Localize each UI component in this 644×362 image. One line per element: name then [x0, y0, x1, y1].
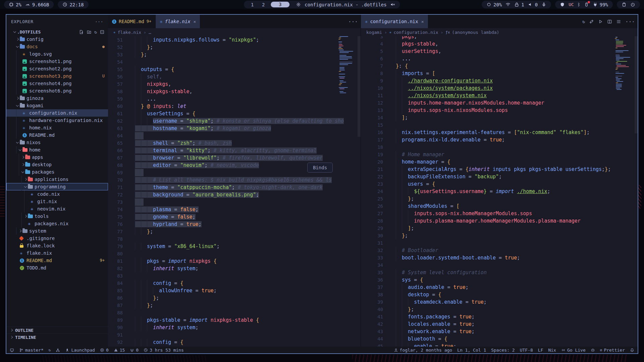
list-icon[interactable] [616, 19, 621, 24]
code-line[interactable]: 88 [108, 309, 361, 316]
tree-item-tools[interactable]: tools [6, 213, 108, 220]
code-line[interactable]: 65 shell = "zsh"; # bash, zsh [108, 139, 361, 147]
tree-item-screenshot4.png[interactable]: screenshot4.png [6, 80, 108, 87]
code-line[interactable]: 51 inputs.nixpkgs.follows = "nixpkgs"; [108, 36, 361, 44]
code-line[interactable]: 54 [108, 58, 361, 66]
code-line[interactable]: 43 network.enable = true; [361, 328, 638, 335]
code-line[interactable]: 42 locales.enable = true; [361, 320, 638, 328]
tree-item-home[interactable]: home [6, 146, 108, 154]
code-line[interactable]: 11 ../nixos/system/system.nix [361, 92, 638, 99]
tree-item-logo.svg[interactable]: ✳logo.svg [6, 50, 108, 58]
breadcrumb-segment[interactable]: ✳configuration.nix [389, 30, 438, 35]
statusbar-item-foglar-2-months-ago[interactable]: foglar, 2 months ago [394, 348, 452, 353]
breadcrumb-segment[interactable]: … [149, 30, 151, 35]
breadcrumb-segment[interactable]: ƒx(anonymous lambda) [445, 30, 499, 35]
code-line[interactable]: 15 [361, 121, 638, 129]
tree-item-.gitignore[interactable]: .gitignore [6, 235, 108, 242]
code-line[interactable]: 41 fonts.packages = true; [361, 313, 638, 320]
tree-item-nixos[interactable]: nixos [6, 139, 108, 146]
code-line[interactable]: 83 [108, 272, 361, 280]
code-line[interactable]: 37 audio.enable = true; [361, 284, 638, 291]
code-line[interactable]: 22 backupFileExtension = "backup"; [361, 173, 638, 180]
code-line[interactable]: 76 hyprland = true; [108, 221, 361, 228]
tree-item-readme.md[interactable]: iREADME.md9+ [6, 257, 108, 264]
code-line[interactable]: 25 }; [361, 195, 638, 202]
code-line[interactable]: 19 # Home manager [361, 151, 638, 158]
code-line[interactable]: 56 self, [108, 73, 361, 80]
tree-item-hardware-configuration.nix[interactable]: ✳hardware-configuration.nix [6, 117, 108, 124]
code-line[interactable]: 39 steamdeck.enable = true; [361, 298, 638, 306]
minimap[interactable] [615, 33, 634, 90]
code-line[interactable]: 34 [361, 261, 638, 269]
split-editor-icon[interactable] [607, 19, 612, 24]
code-line[interactable]: 14 ]; [361, 114, 638, 121]
code-line[interactable]: 23 users = { [361, 180, 638, 188]
code-line[interactable]: 55 outputs = { [108, 66, 361, 73]
code-line[interactable]: 45 enable = true; [361, 343, 638, 347]
scrollbar[interactable] [635, 33, 638, 133]
tree-item-screenshot2.png[interactable]: screenshot2.png [6, 65, 108, 72]
code-line[interactable]: 67 browser = "librewolf"; # firefox, lib… [108, 154, 361, 162]
sync-icon[interactable]: ↻ [582, 19, 585, 24]
statusbar-item-prettier[interactable]: ⊘Prettier [600, 348, 625, 353]
mouse-item[interactable] [584, 2, 589, 7]
statusbar-item-master[interactable]: master* [19, 348, 44, 353]
statusbar-item-go-live[interactable]: Go Live [561, 348, 586, 353]
code-line[interactable]: 80 [108, 250, 361, 257]
statusbar-item-utf-8[interactable]: UTF-8 [520, 348, 533, 353]
code-line[interactable]: 5 userSettings, [361, 48, 638, 55]
tree-item-configuration.nix[interactable]: ✳configuration.nix [6, 109, 108, 117]
section-timeline[interactable]: TIMELINE [6, 334, 108, 341]
code-line[interactable]: 70 # List all themes: $ nix build nixpkg… [108, 176, 361, 184]
code-line[interactable]: 16 nix.settings.experimental-features = … [361, 129, 638, 136]
minimap[interactable] [338, 36, 357, 94]
tree-item-applications[interactable]: applications [6, 176, 108, 183]
breadcrumb-segment[interactable]: kogami [366, 30, 382, 35]
code-line[interactable]: 10 ../nixos/system/packages.nix [361, 84, 638, 92]
code-line[interactable]: 61 userSettings = { [108, 110, 361, 117]
statusbar-item-remote-window[interactable] [10, 348, 14, 352]
code-line[interactable]: 66 terminal = "kitty"; # kitty, alacritt… [108, 147, 361, 154]
tree-item-todo.md[interactable]: ✓TODO.md [6, 264, 108, 272]
statusbar-item-launchpad[interactable]: Launchpad [65, 348, 95, 353]
statusbar-item-graph[interactable] [56, 348, 60, 352]
statusbar-item-nix[interactable]: Nix [548, 348, 556, 353]
code-area[interactable]: 51 inputs.nixpkgs.follows = "nixpkgs";52… [108, 36, 361, 347]
code-line[interactable]: 81 pkgs = import nixpkgs { [108, 257, 361, 265]
tree-item-home.nix[interactable]: ✳home.nix [6, 124, 108, 131]
status-item[interactable]: UC [569, 2, 574, 7]
code-line[interactable]: 89 pkgs-stable = import nixpkgs-stable { [108, 316, 361, 324]
code-line[interactable]: 64 [108, 132, 361, 139]
code-line[interactable]: 59 ... [108, 95, 361, 103]
code-line[interactable]: 78 [108, 235, 361, 243]
close-icon[interactable]: × [194, 19, 196, 24]
code-line[interactable]: 32 # Bootloader [361, 247, 638, 254]
code-line[interactable]: 57 nixpkgs, [108, 80, 361, 88]
tree-item-programming[interactable]: programming [6, 183, 108, 190]
tree-item-ginoza[interactable]: ginoza [6, 95, 108, 102]
code-line[interactable]: 60 } @ inputs: let [108, 103, 361, 110]
mic-item[interactable] [541, 2, 546, 7]
code-line[interactable]: 62 username = "shinya"; # konsta or shin… [108, 117, 361, 125]
cpu-item[interactable]: 2% [9, 2, 21, 7]
lock-item[interactable]: 1 [514, 2, 524, 7]
code-line[interactable]: 17 programs.nix-ld.dev.enable = true; [361, 136, 638, 143]
code-line[interactable]: 73 [108, 198, 361, 206]
code-line[interactable]: 7}: { [361, 62, 638, 70]
code-line[interactable]: 6 ... [361, 55, 638, 62]
scrollbar[interactable] [358, 36, 361, 137]
code-line[interactable]: 40 }; [361, 306, 638, 313]
run-icon[interactable] [598, 19, 603, 24]
tree-item-screenshot6.png[interactable]: screenshot6.png [6, 87, 108, 95]
tree-item-flake.nix[interactable]: ✳flake.nix [6, 249, 108, 257]
breadcrumb-segment[interactable]: ✳flake.nix [113, 30, 141, 35]
code-line[interactable]: 8 imports = [ [361, 70, 638, 77]
power-item[interactable] [630, 2, 635, 7]
statusbar-item-ln-1-col-1[interactable]: Ln 1, Col 1 [457, 348, 486, 353]
tree-item-config[interactable]: config [6, 36, 108, 43]
code-line[interactable]: 72 background = "aurora_borealis.png"; [108, 191, 361, 198]
tree-item-kogami[interactable]: kogami [6, 102, 108, 109]
code-line[interactable]: 27 inputs.sops-nix.homeManagerModules.so… [361, 210, 638, 217]
code-line[interactable]: 30 }; [361, 232, 638, 239]
code-line[interactable]: 35 # System level configuration [361, 269, 638, 276]
